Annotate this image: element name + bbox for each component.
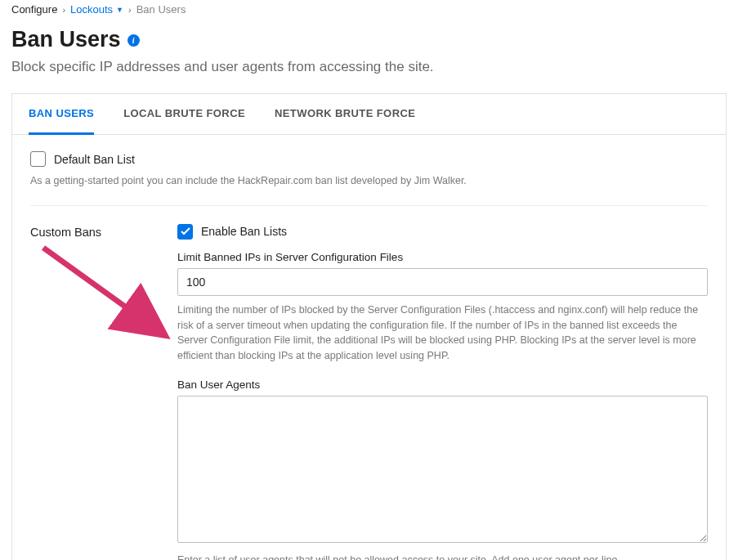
tab-local-brute-force[interactable]: LOCAL BRUTE FORCE [123,94,245,135]
enable-ban-lists-checkbox[interactable] [177,224,193,240]
ban-user-agents-help: Enter a list of user agents that will no… [177,553,708,560]
page-subtitle: Block specific IP addresses and user age… [11,59,727,75]
chevron-right-icon: › [62,5,65,15]
page-header: Ban Users i [11,27,727,52]
tabs: BAN USERS LOCAL BRUTE FORCE NETWORK BRUT… [12,94,726,135]
breadcrumb: Configure › Lockouts ▼ › Ban Users [11,0,727,22]
chevron-right-icon: › [128,5,132,15]
breadcrumb-parent[interactable]: Lockouts [70,3,113,16]
settings-card: BAN USERS LOCAL BRUTE FORCE NETWORK BRUT… [11,93,727,560]
info-icon[interactable]: i [127,34,140,47]
ban-user-agents-textarea[interactable] [177,396,708,543]
limit-ips-help: Limiting the number of IPs blocked by th… [177,302,708,364]
breadcrumb-current: Ban Users [136,3,186,16]
default-ban-checkbox[interactable] [30,151,46,167]
limit-ips-input[interactable] [177,268,708,296]
ban-user-agents-label: Ban User Agents [177,379,708,391]
breadcrumb-root[interactable]: Configure [11,3,57,16]
page-title: Ban Users [11,27,121,52]
enable-ban-lists-label: Enable Ban Lists [201,225,287,238]
default-ban-label: Default Ban List [54,153,135,166]
default-ban-section: Default Ban List As a getting-started po… [12,135,726,205]
default-ban-help: As a getting-started point you can inclu… [30,173,708,189]
limit-ips-label: Limit Banned IPs in Server Configuration… [177,251,708,263]
tab-network-brute-force[interactable]: NETWORK BRUTE FORCE [275,94,415,135]
tab-ban-users[interactable]: BAN USERS [29,94,94,135]
custom-bans-heading: Custom Bans [30,224,161,560]
custom-bans-section: Custom Bans Enable Ban Lists Limit Banne… [12,206,726,560]
caret-down-icon[interactable]: ▼ [116,6,123,14]
